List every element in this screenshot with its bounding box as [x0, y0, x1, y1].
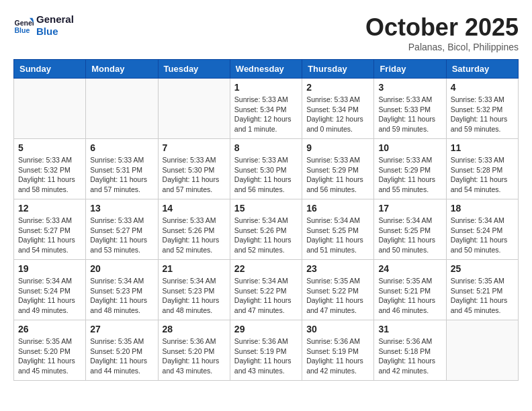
- calendar-cell-w5-d2: 27Sunrise: 5:35 AMSunset: 5:20 PMDayligh…: [86, 320, 158, 381]
- day-info: Sunrise: 5:33 AMSunset: 5:32 PMDaylight:…: [18, 155, 81, 195]
- day-number: 16: [306, 203, 369, 214]
- day-info: Sunrise: 5:33 AMSunset: 5:32 PMDaylight:…: [451, 95, 514, 134]
- day-info: Sunrise: 5:33 AMSunset: 5:27 PMDaylight:…: [90, 216, 153, 255]
- day-number: 18: [451, 203, 514, 214]
- calendar-cell-w5-d1: 26Sunrise: 5:35 AMSunset: 5:20 PMDayligh…: [14, 320, 86, 381]
- logo-icon: General Blue: [13, 15, 34, 36]
- day-info: Sunrise: 5:33 AMSunset: 5:27 PMDaylight:…: [18, 216, 81, 255]
- location-subtitle: Palanas, Bicol, Philippines: [365, 42, 519, 52]
- calendar-cell-w1-d1: [14, 79, 86, 139]
- day-number: 29: [234, 324, 298, 334]
- day-info: Sunrise: 5:33 AMSunset: 5:28 PMDaylight:…: [451, 155, 514, 195]
- day-number: 19: [18, 263, 81, 274]
- calendar-cell-w5-d4: 29Sunrise: 5:36 AMSunset: 5:19 PMDayligh…: [230, 320, 302, 381]
- day-number: 12: [18, 203, 81, 214]
- calendar-cell-w1-d2: [86, 79, 158, 139]
- day-number: 24: [378, 263, 441, 274]
- logo: General Blue General Blue: [13, 13, 74, 38]
- header-saturday: Saturday: [446, 60, 518, 79]
- calendar-cell-w1-d6: 3Sunrise: 5:33 AMSunset: 5:33 PMDaylight…: [374, 79, 446, 139]
- calendar-cell-w1-d4: 1Sunrise: 5:33 AMSunset: 5:34 PMDaylight…: [230, 79, 302, 139]
- day-info: Sunrise: 5:35 AMSunset: 5:21 PMDaylight:…: [451, 276, 514, 316]
- day-number: 14: [163, 203, 226, 214]
- day-number: 21: [163, 263, 226, 274]
- day-info: Sunrise: 5:34 AMSunset: 5:23 PMDaylight:…: [90, 276, 153, 316]
- day-info: Sunrise: 5:34 AMSunset: 5:22 PMDaylight:…: [234, 276, 298, 316]
- calendar-cell-w3-d2: 13Sunrise: 5:33 AMSunset: 5:27 PMDayligh…: [86, 199, 158, 260]
- header-friday: Friday: [374, 60, 446, 79]
- calendar-table: Sunday Monday Tuesday Wednesday Thursday…: [13, 59, 519, 381]
- day-info: Sunrise: 5:36 AMSunset: 5:19 PMDaylight:…: [234, 336, 298, 376]
- day-number: 5: [18, 142, 81, 153]
- header-thursday: Thursday: [302, 60, 374, 79]
- calendar-cell-w5-d5: 30Sunrise: 5:36 AMSunset: 5:19 PMDayligh…: [302, 320, 374, 381]
- logo-line1: General: [36, 13, 74, 26]
- day-info: Sunrise: 5:34 AMSunset: 5:26 PMDaylight:…: [234, 216, 298, 255]
- calendar-cell-w4-d6: 24Sunrise: 5:35 AMSunset: 5:21 PMDayligh…: [374, 260, 446, 320]
- svg-text:Blue: Blue: [15, 26, 30, 34]
- day-info: Sunrise: 5:34 AMSunset: 5:25 PMDaylight:…: [378, 216, 441, 255]
- day-info: Sunrise: 5:34 AMSunset: 5:25 PMDaylight:…: [306, 216, 369, 255]
- calendar-cell-w4-d3: 21Sunrise: 5:34 AMSunset: 5:23 PMDayligh…: [158, 260, 230, 320]
- calendar-cell-w5-d7: [446, 320, 518, 381]
- day-info: Sunrise: 5:35 AMSunset: 5:22 PMDaylight:…: [306, 276, 369, 316]
- calendar-cell-w5-d6: 31Sunrise: 5:36 AMSunset: 5:18 PMDayligh…: [374, 320, 446, 381]
- calendar-cell-w3-d6: 17Sunrise: 5:34 AMSunset: 5:25 PMDayligh…: [374, 199, 446, 260]
- calendar-cell-w4-d4: 22Sunrise: 5:34 AMSunset: 5:22 PMDayligh…: [230, 260, 302, 320]
- calendar-week-2: 5Sunrise: 5:33 AMSunset: 5:32 PMDaylight…: [14, 139, 519, 199]
- day-number: 7: [163, 142, 226, 153]
- day-number: 8: [234, 142, 298, 153]
- title-block: October 2025 Palanas, Bicol, Philippines: [365, 13, 519, 52]
- day-info: Sunrise: 5:34 AMSunset: 5:24 PMDaylight:…: [451, 216, 514, 255]
- day-number: 4: [451, 82, 514, 93]
- day-info: Sunrise: 5:33 AMSunset: 5:34 PMDaylight:…: [234, 95, 298, 134]
- day-info: Sunrise: 5:34 AMSunset: 5:24 PMDaylight:…: [18, 276, 81, 316]
- day-number: 6: [90, 142, 153, 153]
- page-header: General Blue General Blue October 2025 P…: [13, 13, 519, 52]
- day-info: Sunrise: 5:36 AMSunset: 5:19 PMDaylight:…: [306, 336, 369, 376]
- logo-line2: Blue: [36, 26, 74, 38]
- calendar-cell-w1-d5: 2Sunrise: 5:33 AMSunset: 5:34 PMDaylight…: [302, 79, 374, 139]
- calendar-cell-w2-d6: 10Sunrise: 5:33 AMSunset: 5:29 PMDayligh…: [374, 139, 446, 199]
- calendar-cell-w3-d4: 15Sunrise: 5:34 AMSunset: 5:26 PMDayligh…: [230, 199, 302, 260]
- day-info: Sunrise: 5:36 AMSunset: 5:18 PMDaylight:…: [378, 336, 441, 376]
- month-title: October 2025: [365, 13, 519, 42]
- calendar-cell-w4-d7: 25Sunrise: 5:35 AMSunset: 5:21 PMDayligh…: [446, 260, 518, 320]
- day-number: 17: [378, 203, 441, 214]
- day-number: 25: [451, 263, 514, 274]
- calendar-cell-w2-d3: 7Sunrise: 5:33 AMSunset: 5:30 PMDaylight…: [158, 139, 230, 199]
- day-number: 10: [378, 142, 441, 153]
- day-info: Sunrise: 5:33 AMSunset: 5:34 PMDaylight:…: [306, 95, 369, 134]
- day-number: 11: [451, 142, 514, 153]
- day-number: 30: [306, 324, 369, 334]
- day-info: Sunrise: 5:33 AMSunset: 5:29 PMDaylight:…: [378, 155, 441, 195]
- day-number: 23: [306, 263, 369, 274]
- day-info: Sunrise: 5:36 AMSunset: 5:20 PMDaylight:…: [163, 336, 226, 376]
- calendar-cell-w1-d3: [158, 79, 230, 139]
- day-number: 13: [90, 203, 153, 214]
- calendar-header-row: Sunday Monday Tuesday Wednesday Thursday…: [14, 60, 519, 79]
- day-info: Sunrise: 5:33 AMSunset: 5:26 PMDaylight:…: [163, 216, 226, 255]
- calendar-cell-w3-d3: 14Sunrise: 5:33 AMSunset: 5:26 PMDayligh…: [158, 199, 230, 260]
- calendar-cell-w2-d2: 6Sunrise: 5:33 AMSunset: 5:31 PMDaylight…: [86, 139, 158, 199]
- day-number: 9: [306, 142, 369, 153]
- calendar-week-3: 12Sunrise: 5:33 AMSunset: 5:27 PMDayligh…: [14, 199, 519, 260]
- day-info: Sunrise: 5:34 AMSunset: 5:23 PMDaylight:…: [163, 276, 226, 316]
- day-number: 28: [163, 324, 226, 334]
- header-sunday: Sunday: [14, 60, 86, 79]
- day-number: 2: [306, 82, 369, 93]
- day-number: 1: [234, 82, 298, 93]
- calendar-cell-w2-d5: 9Sunrise: 5:33 AMSunset: 5:29 PMDaylight…: [302, 139, 374, 199]
- calendar-cell-w2-d1: 5Sunrise: 5:33 AMSunset: 5:32 PMDaylight…: [14, 139, 86, 199]
- calendar-cell-w4-d5: 23Sunrise: 5:35 AMSunset: 5:22 PMDayligh…: [302, 260, 374, 320]
- header-monday: Monday: [86, 60, 158, 79]
- calendar-cell-w2-d7: 11Sunrise: 5:33 AMSunset: 5:28 PMDayligh…: [446, 139, 518, 199]
- day-number: 20: [90, 263, 153, 274]
- day-info: Sunrise: 5:33 AMSunset: 5:30 PMDaylight:…: [234, 155, 298, 195]
- day-info: Sunrise: 5:33 AMSunset: 5:30 PMDaylight:…: [163, 155, 226, 195]
- calendar-cell-w5-d3: 28Sunrise: 5:36 AMSunset: 5:20 PMDayligh…: [158, 320, 230, 381]
- day-number: 31: [378, 324, 441, 334]
- day-info: Sunrise: 5:35 AMSunset: 5:21 PMDaylight:…: [378, 276, 441, 316]
- day-info: Sunrise: 5:35 AMSunset: 5:20 PMDaylight:…: [18, 336, 81, 376]
- day-number: 22: [234, 263, 298, 274]
